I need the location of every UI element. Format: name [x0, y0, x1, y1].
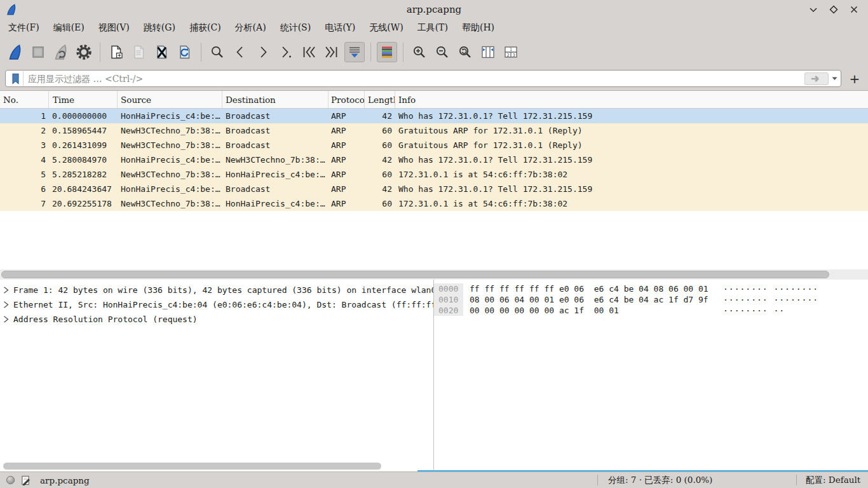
- scrollbar-thumb[interactable]: [1, 271, 829, 278]
- column-header-info[interactable]: Info: [395, 91, 868, 108]
- menu-view[interactable]: 视图(V): [92, 20, 137, 36]
- scrollbar-thumb[interactable]: [3, 463, 381, 470]
- colorize-toggle-icon[interactable]: [377, 42, 397, 62]
- menu-file[interactable]: 文件(F): [1, 20, 46, 36]
- filter-bookmark-icon[interactable]: [8, 71, 24, 86]
- apply-filter-icon[interactable]: [804, 72, 829, 85]
- menu-tools[interactable]: 工具(T): [410, 20, 455, 36]
- column-header-source[interactable]: Source: [118, 91, 222, 108]
- reload-file-icon[interactable]: [175, 42, 195, 62]
- wireshark-app-icon: [5, 3, 18, 16]
- display-filter-field: [5, 70, 841, 87]
- hex-bytes[interactable]: 00 00 00 00 00 00 ac 1f 00 01: [470, 306, 723, 315]
- capture-comment-icon[interactable]: [21, 475, 31, 485]
- resize-columns-icon[interactable]: [478, 42, 498, 62]
- cell-length: 60: [365, 199, 395, 208]
- expand-chevron-icon[interactable]: [3, 301, 9, 308]
- cell-length: 60: [365, 140, 395, 150]
- packet-row-3[interactable]: 3 0.261431099 NewH3CTechno_7b:38:… Broad…: [0, 138, 868, 152]
- expert-info-icon[interactable]: [6, 475, 15, 485]
- column-header-time[interactable]: Time: [49, 91, 118, 108]
- maximize-icon[interactable]: [829, 4, 839, 15]
- packet-row-5[interactable]: 5 5.285218282 NewH3CTechno_7b:38:… HonHa…: [0, 167, 868, 182]
- toolbar-separator: [403, 43, 403, 62]
- cell-time: 20.684243647: [49, 184, 118, 194]
- zoom-reset-icon[interactable]: [455, 42, 475, 62]
- filter-dropdown-icon[interactable]: [831, 72, 838, 85]
- details-horizontal-scrollbar[interactable]: [0, 462, 433, 470]
- go-next-packet-icon[interactable]: [253, 42, 273, 62]
- expand-chevron-icon[interactable]: [3, 316, 9, 323]
- toolbar-separator: [201, 43, 201, 62]
- cell-info: 172.31.0.1 is at 54:c6:ff:7b:38:02: [395, 170, 868, 179]
- menu-go[interactable]: 跳转(G): [137, 20, 182, 36]
- minimize-icon[interactable]: [808, 4, 818, 15]
- detail-row-arp[interactable]: Address Resolution Protocol (request): [0, 312, 433, 327]
- column-header-destination[interactable]: Destination: [222, 91, 329, 108]
- menu-telephony[interactable]: 电话(Y): [318, 20, 362, 36]
- auto-scroll-toggle-icon[interactable]: [344, 42, 365, 62]
- close-icon[interactable]: [849, 4, 859, 15]
- hex-ascii: ········ ··: [723, 306, 785, 315]
- hex-row[interactable]: 0010 08 00 06 04 00 01 e0 06 e6 c4 be 04…: [434, 294, 868, 305]
- detail-text: Frame 1: 42 bytes on wire (336 bits), 42…: [13, 285, 433, 295]
- hex-row[interactable]: 0020 00 00 00 00 00 00 ac 1f 00 01 ·····…: [434, 305, 868, 316]
- detail-row-frame[interactable]: Frame 1: 42 bytes on wire (336 bits), 42…: [0, 283, 433, 297]
- go-first-packet-icon[interactable]: [299, 42, 319, 62]
- cell-info: 172.31.0.1 is at 54:c6:ff:7b:38:02: [395, 199, 868, 208]
- cell-length: 42: [365, 184, 395, 194]
- start-capture-icon[interactable]: [5, 42, 25, 62]
- column-header-no[interactable]: No.: [0, 91, 49, 108]
- hex-bytes[interactable]: 08 00 06 04 00 01 e0 06 e6 c4 be 04 ac 1…: [470, 295, 723, 304]
- layout-chooser-icon[interactable]: 123: [501, 42, 521, 62]
- menu-help[interactable]: 帮助(H): [455, 20, 501, 36]
- close-file-icon[interactable]: [152, 42, 172, 62]
- zoom-in-icon[interactable]: [409, 42, 430, 62]
- packet-row-7[interactable]: 7 20.692255178 NewH3CTechno_7b:38:… HonH…: [0, 196, 868, 211]
- menu-analyze[interactable]: 分析(A): [228, 20, 273, 36]
- hex-row[interactable]: 0000 ff ff ff ff ff ff e0 06 e6 c4 be 04…: [434, 283, 868, 294]
- menu-statistics[interactable]: 统计(S): [273, 20, 318, 36]
- packet-row-6[interactable]: 6 20.684243647 HonHaiPrecis_c4:be:… Broa…: [0, 182, 868, 196]
- status-separator: [597, 475, 598, 485]
- cell-destination: NewH3CTechno_7b:38:…: [222, 155, 329, 165]
- packet-details-pane: Frame 1: 42 bytes on wire (336 bits), 42…: [0, 280, 434, 471]
- packet-list-horizontal-scrollbar[interactable]: [0, 269, 868, 280]
- restart-capture-icon[interactable]: [51, 42, 71, 62]
- hex-bytes[interactable]: ff ff ff ff ff ff e0 06 e6 c4 be 04 08 0…: [470, 284, 723, 294]
- find-packet-icon[interactable]: [207, 42, 227, 62]
- hex-offset: 0010: [434, 294, 463, 305]
- packet-row-4[interactable]: 4 5.280084970 HonHaiPrecis_c4:be:… NewH3…: [0, 152, 868, 167]
- go-previous-packet-icon[interactable]: [230, 42, 250, 62]
- display-filter-input[interactable]: [24, 74, 804, 84]
- detail-row-ethernet[interactable]: Ethernet II, Src: HonHaiPrecis_c4:be:04 …: [0, 297, 433, 312]
- menu-wireless[interactable]: 无线(W): [362, 20, 410, 36]
- menu-capture[interactable]: 捕获(C): [182, 20, 228, 36]
- cell-no: 6: [0, 184, 49, 194]
- cell-length: 60: [365, 126, 395, 135]
- cell-no: 7: [0, 199, 49, 208]
- zoom-out-icon[interactable]: [432, 42, 452, 62]
- detail-text: Ethernet II, Src: HonHaiPrecis_c4:be:04 …: [13, 300, 433, 309]
- go-last-packet-icon[interactable]: [322, 42, 342, 62]
- expand-chevron-icon[interactable]: [3, 287, 9, 294]
- column-header-protocol[interactable]: Protocol: [329, 91, 365, 108]
- add-filter-button[interactable]: +: [846, 71, 863, 87]
- save-file-icon[interactable]: [129, 42, 149, 62]
- cell-time: 20.692255178: [49, 199, 118, 208]
- open-file-icon[interactable]: [106, 42, 126, 62]
- stop-capture-icon[interactable]: [28, 42, 48, 62]
- status-profile[interactable]: 配置: Default: [806, 472, 860, 488]
- packet-list-header: No. Time Source Destination Protocol Len…: [0, 91, 868, 109]
- hex-ascii: ········ ········: [723, 284, 818, 294]
- window-title: arp.pcapng: [0, 4, 868, 15]
- status-bar: arp.pcapng 分组: 7 · 已丢弃: 0 (0.0%) 配置: Def…: [0, 471, 868, 488]
- cell-info: Who has 172.31.0.1? Tell 172.31.215.159: [395, 184, 868, 194]
- menu-edit[interactable]: 编辑(E): [46, 20, 92, 36]
- packet-row-1[interactable]: 1 0.000000000 HonHaiPrecis_c4:be:… Broad…: [0, 109, 868, 123]
- column-header-length[interactable]: Length: [365, 91, 395, 108]
- go-to-packet-icon[interactable]: [276, 42, 296, 62]
- packet-bytes-pane: 0000 ff ff ff ff ff ff e0 06 e6 c4 be 04…: [434, 280, 868, 471]
- packet-row-2[interactable]: 2 0.158965447 NewH3CTechno_7b:38:… Broad…: [0, 123, 868, 138]
- capture-options-icon[interactable]: [74, 42, 94, 62]
